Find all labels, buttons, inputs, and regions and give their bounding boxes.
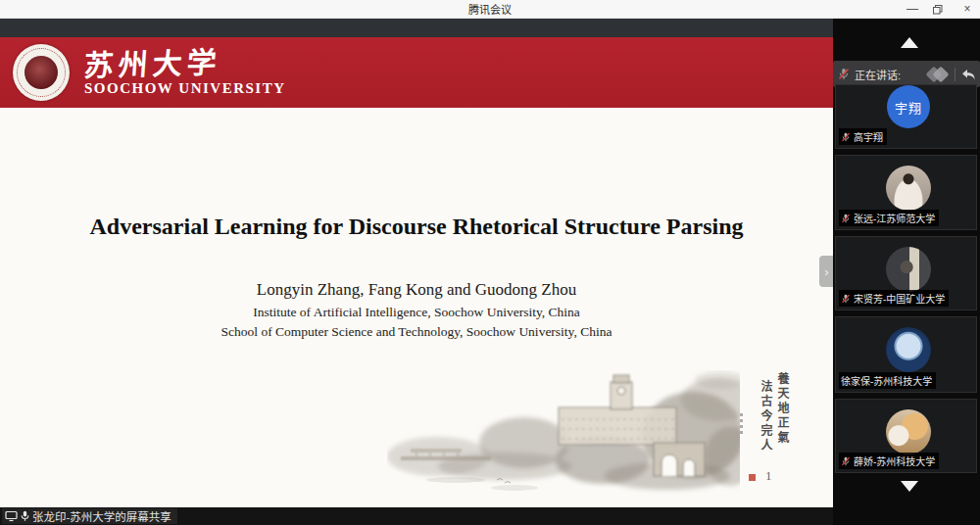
tencent-meeting-window: 腾讯会议 — × 苏州大学 SOOCHOW UNIVERSITY: [0, 0, 980, 525]
restore-icon: [933, 5, 943, 15]
slide-title: Adversarial Learning for Discourse Rheto…: [0, 214, 833, 240]
restore-button[interactable]: [933, 5, 947, 15]
presentation-slide: Adversarial Learning for Discourse Rheto…: [0, 108, 833, 507]
campus-painting-illustration: [387, 370, 740, 500]
screen-share-icon: [5, 510, 18, 522]
participant-name-chip: 高宇翔: [839, 128, 887, 145]
avatar: [886, 247, 931, 292]
muted-mic-icon: [841, 132, 851, 142]
muted-mic-icon: [841, 294, 851, 304]
slide-affiliation-2: School of Computer Science and Technolog…: [0, 324, 833, 340]
artist-red-seal: [749, 474, 756, 481]
campus-ink-painting: 養天地正氣 法古今完人 1: [387, 370, 808, 500]
speaking-bar-divider: [955, 68, 956, 81]
chevron-right-icon: ›: [824, 264, 828, 279]
close-button[interactable]: ×: [960, 0, 974, 19]
university-banner: 苏州大学 SOOCHOW UNIVERSITY: [0, 37, 833, 108]
participants-sidebar: 正在讲话: 宇翔 高宇翔: [833, 19, 980, 525]
participant-name: 高宇翔: [854, 129, 883, 144]
avatar: [886, 409, 931, 454]
share-status-label: 张龙印-苏州大学的屏幕共享: [32, 508, 172, 524]
muted-mic-icon: [841, 456, 851, 466]
participant-name: 张远-江苏师范大学: [854, 211, 935, 225]
share-status-chip: 张龙印-苏州大学的屏幕共享: [2, 508, 177, 524]
motto-column-1: 養天地正氣: [774, 372, 791, 446]
participant-name-chip: 薛娇-苏州科技大学: [839, 453, 939, 469]
window-title: 腾讯会议: [468, 1, 512, 17]
scroll-down-button[interactable]: [901, 481, 918, 492]
window-titlebar: 腾讯会议 — ×: [0, 0, 980, 19]
participant-name-chip: 张远-江苏师范大学: [839, 210, 939, 226]
window-controls: — ×: [906, 0, 974, 19]
avatar: 宇翔: [887, 85, 930, 128]
seal-core: [24, 56, 58, 89]
participant-tile[interactable]: 宋贤芳-中国矿业大学: [835, 236, 977, 310]
muted-mic-icon: [841, 214, 851, 223]
participant-name-chip: 宋贤芳-中国矿业大学: [839, 290, 949, 307]
speaking-now-bar[interactable]: 正在讲话:: [833, 61, 980, 87]
artist-signature-mark: [740, 413, 743, 435]
minimize-button[interactable]: —: [906, 0, 919, 19]
participant-tile[interactable]: 薛娇-苏州科技大学: [835, 399, 977, 473]
participant-tile[interactable]: 宇翔 高宇翔: [835, 84, 977, 149]
presenter-mic-icon: [21, 510, 29, 522]
university-name-chinese: 苏州大学: [82, 38, 222, 85]
participant-tile[interactable]: 徐家保-苏州科技大学: [835, 316, 977, 393]
university-name-english: SOOCHOW UNIVERSITY: [84, 80, 286, 97]
participant-name: 徐家保-苏州科技大学: [841, 373, 932, 388]
reply-arrow-icon[interactable]: [961, 69, 975, 80]
scroll-up-button[interactable]: [901, 37, 918, 48]
participant-name-chip: 徐家保-苏州科技大学: [839, 372, 936, 389]
muted-mic-icon: [838, 68, 850, 80]
slide-page-number: 1: [765, 468, 772, 484]
avatar: [886, 327, 931, 372]
participant-name: 薛娇-苏州科技大学: [854, 453, 935, 468]
share-status-bar: 张龙印-苏州大学的屏幕共享: [0, 507, 833, 525]
avatar: [886, 166, 931, 211]
screen-share-view: 苏州大学 SOOCHOW UNIVERSITY Adversarial Lear…: [0, 19, 833, 525]
slide-authors: Longyin Zhang, Fang Kong and Guodong Zho…: [0, 280, 833, 300]
university-seal-logo: [13, 44, 70, 101]
sidebar-collapse-handle[interactable]: ›: [819, 256, 834, 287]
slide-affiliation-1: Institute of Artificial Intelligence, So…: [0, 305, 833, 320]
presentation-app-strip: [0, 19, 833, 37]
motto-column-2: 法古今完人: [758, 380, 774, 453]
speaking-now-label: 正在讲话:: [855, 67, 901, 82]
participant-name: 宋贤芳-中国矿业大学: [854, 291, 945, 306]
participant-tile[interactable]: 张远-江苏师范大学: [835, 155, 977, 230]
